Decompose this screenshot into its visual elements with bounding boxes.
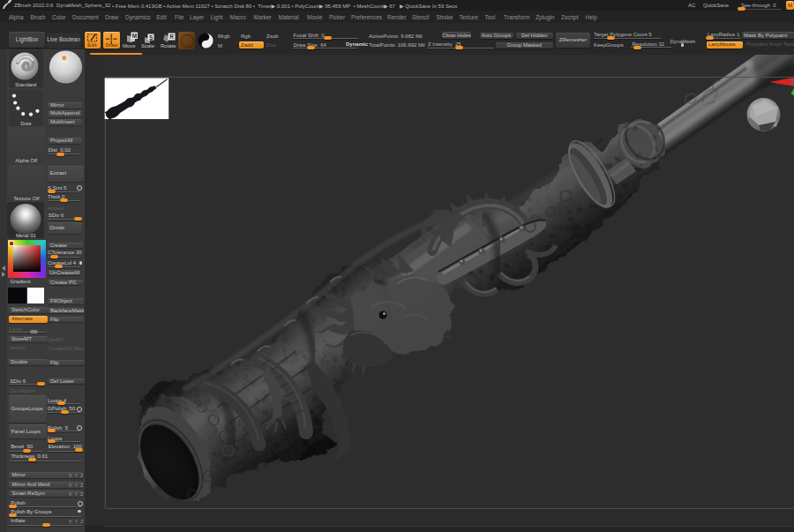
svg-text:Draw: Draw bbox=[105, 42, 118, 48]
svg-text:M: M bbox=[132, 33, 137, 39]
svg-text:Edit: Edit bbox=[87, 42, 97, 48]
svg-text:R: R bbox=[169, 34, 174, 40]
svg-text:S: S bbox=[149, 34, 154, 40]
